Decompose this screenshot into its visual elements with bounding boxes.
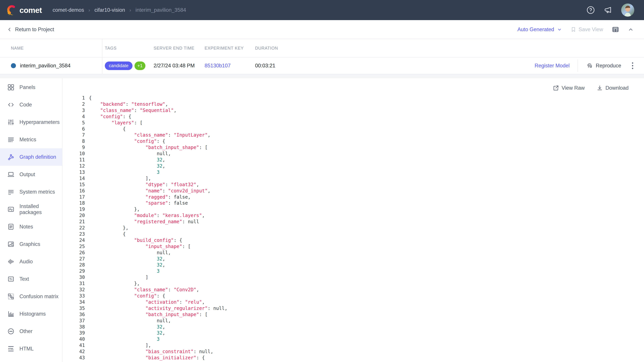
download-icon: [597, 85, 603, 91]
view-raw-button[interactable]: View Raw: [553, 85, 585, 91]
reproduce-button[interactable]: Reproduce: [586, 62, 621, 69]
code-line: 29 3: [72, 268, 644, 274]
save-view-button[interactable]: Save View: [570, 26, 603, 32]
line-number: 28: [72, 262, 85, 268]
code-line: 34 "activation": "relu",: [72, 299, 644, 305]
sidebar-item-system-metrics[interactable]: System metrics: [0, 183, 62, 201]
line-number: 18: [72, 200, 85, 206]
sidebar-item-graph-definition[interactable]: Graph definition: [0, 148, 62, 166]
code-line: 27 32,: [72, 256, 644, 262]
sidebar-item-confusion-matrix[interactable]: Confusion matrix: [0, 288, 62, 305]
experiment-key-link[interactable]: 85130b107: [202, 57, 252, 74]
sidebar-item-graphics[interactable]: Graphics: [0, 236, 62, 253]
code-line: 28 32,: [72, 262, 644, 268]
code-line: 3 "class_name": "Sequential",: [72, 107, 644, 114]
line-number: 9: [72, 144, 85, 151]
system-metrics-icon: [7, 188, 15, 196]
view-selector-dropdown[interactable]: Auto Generated: [518, 26, 562, 32]
breadcrumb-workspace[interactable]: comet-demos: [52, 7, 84, 13]
comet-logo-icon: [6, 5, 17, 15]
download-label: Download: [606, 85, 628, 91]
code-text: "class_name": "Conv2D",: [89, 287, 199, 293]
sidebar-item-label: HTML: [20, 346, 34, 352]
line-number: 21: [72, 219, 85, 225]
metrics-icon: [7, 136, 15, 143]
sidebar-item-hyperparameters[interactable]: Hyperparameters: [0, 113, 62, 131]
return-to-project-button[interactable]: Return to Project: [7, 26, 54, 32]
row-menu-kebab-icon[interactable]: [629, 62, 636, 69]
experiment-toolbar: Return to Project Auto Generated Save Vi…: [0, 20, 644, 39]
column-header-experiment-key: EXPERIMENT KEY: [202, 39, 252, 57]
code-line: 4 "config": {: [72, 114, 644, 120]
sidebar-item-other[interactable]: Other: [0, 323, 62, 340]
sidebar-item-label: Hyperparameters: [20, 119, 60, 125]
line-number: 14: [72, 175, 85, 182]
announcements-icon[interactable]: [604, 6, 612, 14]
sidebar-item-text[interactable]: TтText: [0, 270, 62, 288]
line-number: 34: [72, 299, 85, 305]
other-icon: [7, 328, 15, 335]
code-line: 32 "class_name": "Conv2D",: [72, 287, 644, 293]
sidebar-item-output[interactable]: Output: [0, 166, 62, 183]
svg-text:Tт: Tт: [10, 278, 12, 281]
code-line: 38 32,: [72, 324, 644, 330]
code-line: 37 null,: [72, 318, 644, 324]
column-header-duration: DURATION: [252, 39, 644, 57]
code-line: 30 ]: [72, 274, 644, 281]
sidebar-item-metrics[interactable]: Metrics: [0, 131, 62, 148]
sidebar-item-notes[interactable]: Notes: [0, 218, 62, 236]
code-line: 40 3: [72, 336, 644, 343]
line-number: 43: [72, 355, 85, 361]
sidebar-item-label: System metrics: [20, 189, 55, 195]
experiment-row: interim_pavilion_3584 candidate +1 2/27/…: [0, 57, 644, 74]
register-model-button[interactable]: Register Model: [535, 63, 570, 69]
tag-more-count[interactable]: +1: [134, 61, 146, 70]
sidebar-item-code[interactable]: Code: [0, 96, 62, 113]
line-number: 27: [72, 256, 85, 262]
code-line: 14 ],: [72, 175, 644, 182]
view-raw-label: View Raw: [562, 85, 585, 91]
tag-candidate[interactable]: candidate: [105, 61, 132, 70]
table-view-icon[interactable]: [612, 26, 619, 33]
sidebar-item-installed-packages[interactable]: PyInstalled packages: [0, 201, 62, 218]
save-view-label: Save View: [578, 26, 603, 32]
experiment-table: NAME TAGS SERVER END TIME EXPERIMENT KEY…: [0, 39, 644, 74]
comet-logo[interactable]: comet: [6, 5, 42, 15]
code-text: "config": {: [89, 114, 131, 120]
hyperparameters-icon: [7, 118, 15, 126]
line-number: 32: [72, 287, 85, 293]
download-button[interactable]: Download: [597, 85, 628, 91]
sidebar-item-histograms[interactable]: Histograms: [0, 305, 62, 323]
code-text: "class_name": "Sequential",: [89, 107, 176, 114]
table-header-row: NAME TAGS SERVER END TIME EXPERIMENT KEY…: [0, 39, 644, 57]
collapse-panel-icon[interactable]: [628, 27, 634, 32]
code-text: "config": {: [89, 138, 165, 144]
code-line: 2 "backend": "tensorflow",: [72, 101, 644, 107]
breadcrumb-separator-icon: ›: [130, 7, 131, 13]
code-text: 32,: [89, 163, 165, 169]
sidebar-item-panels[interactable]: Panels: [0, 79, 62, 96]
installed-packages-icon: Py: [7, 205, 15, 213]
code-text: "batch_input_shape": [: [89, 312, 208, 318]
line-number: 38: [72, 324, 85, 330]
code-line: 1{: [72, 95, 644, 101]
breadcrumb-project[interactable]: cifar10-vision: [94, 7, 125, 13]
sidebar-item-audio[interactable]: Audio: [0, 253, 62, 270]
line-number: 3: [72, 107, 85, 114]
code-line: 16 "name": "conv2d_input",: [72, 188, 644, 194]
code-line: 7 "class_name": "InputLayer",: [72, 132, 644, 138]
line-number: 12: [72, 163, 85, 169]
sidebar-item-label: Graphics: [20, 241, 40, 247]
code-text: "sparse": false: [89, 200, 188, 206]
help-icon[interactable]: [586, 6, 595, 14]
user-avatar[interactable]: [621, 3, 634, 16]
code-text: "dtype": "float32",: [89, 182, 199, 188]
sidebar-item-html[interactable]: HTMLHTML: [0, 340, 62, 358]
code-text: {: [89, 231, 126, 237]
code-text: 3: [89, 169, 160, 175]
experiment-color-dot: [11, 63, 16, 68]
experiment-name: interim_pavilion_3584: [20, 63, 70, 69]
line-number: 33: [72, 293, 85, 299]
external-link-icon: [553, 85, 559, 91]
code-text: "activation": "relu",: [89, 299, 205, 305]
